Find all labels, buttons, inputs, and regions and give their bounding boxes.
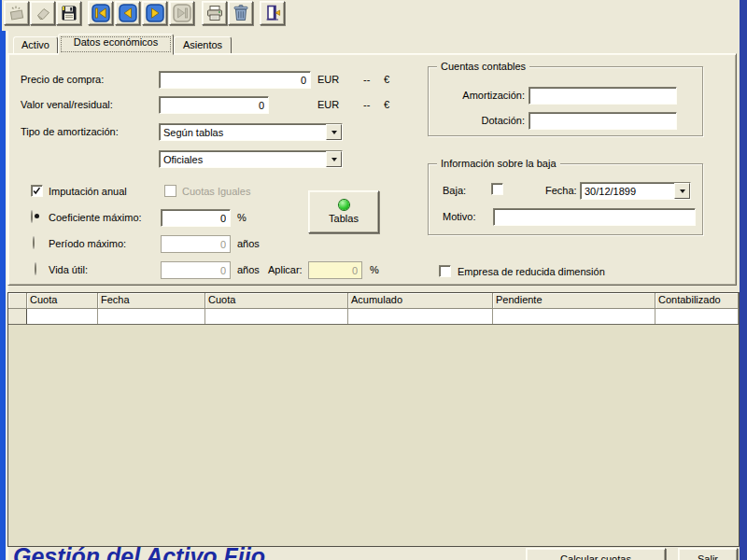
tab-datos-economicos[interactable]: Datos económicos xyxy=(58,34,174,55)
green-led-icon xyxy=(339,200,349,210)
tablas-button-label: Tablas xyxy=(329,213,359,224)
application-window: Activo Datos económicos Asientos Precio … xyxy=(0,0,747,560)
aplicar-percent-label: % xyxy=(370,264,379,275)
window-right-border xyxy=(740,0,747,560)
tab-activo[interactable]: Activo xyxy=(13,36,58,54)
calcular-cuotas-button[interactable]: Calcular cuotas xyxy=(526,548,666,560)
imputacion-anual-label: Imputación anual xyxy=(49,186,127,197)
salir-label: Salir xyxy=(698,553,718,560)
cuotas-iguales-label: Cuotas Iguales xyxy=(182,186,250,197)
grid-row-indicator xyxy=(8,309,27,324)
coeficiente-maximo-input[interactable] xyxy=(161,209,231,227)
grid-cell-acumulado[interactable] xyxy=(348,309,493,324)
tipo-amortizacion-combo[interactable]: Según tablas xyxy=(159,123,343,141)
save-button[interactable] xyxy=(56,1,81,25)
informacion-baja-title: Información sobre la baja xyxy=(437,158,560,169)
motivo-label: Motivo: xyxy=(443,211,475,222)
valor-currency-label: EUR xyxy=(317,99,339,110)
check-icon xyxy=(32,186,42,196)
save-icon xyxy=(60,4,78,22)
first-record-button[interactable] xyxy=(88,1,113,25)
next-record-button[interactable] xyxy=(142,1,167,25)
grid-cell-contabilizado[interactable] xyxy=(655,309,739,324)
new-icon xyxy=(7,4,26,22)
cuotas-iguales-checkbox xyxy=(164,185,176,197)
last-record-button[interactable] xyxy=(169,1,194,25)
empresa-reducida-label: Empresa de reducida dimensión xyxy=(458,266,605,277)
vida-util-label: Vida útil: xyxy=(49,264,88,275)
chevron-down-icon[interactable] xyxy=(326,151,342,167)
eraser-icon xyxy=(34,4,52,22)
baja-label: Baja: xyxy=(443,185,466,196)
first-record-icon xyxy=(92,4,110,22)
tab-asientos-label: Asientos xyxy=(183,39,222,50)
previous-record-button[interactable] xyxy=(115,1,140,25)
fecha-baja-value: 30/12/1899 xyxy=(581,185,674,198)
next-record-icon xyxy=(146,4,164,22)
motivo-input[interactable] xyxy=(493,208,696,226)
empresa-reducida-checkbox[interactable] xyxy=(439,265,451,277)
toolbar xyxy=(2,0,738,31)
grid-cell-fecha[interactable] xyxy=(98,309,205,324)
grid-empty-area xyxy=(8,325,739,546)
tab-asientos[interactable]: Asientos xyxy=(174,36,232,54)
fecha-baja-combo[interactable]: 30/12/1899 xyxy=(580,182,691,200)
cuotas-grid: Cuota Fecha Cuota Acumulado Pendiente Co… xyxy=(7,292,740,547)
valor-venal-input[interactable] xyxy=(159,96,269,114)
grid-cell-pendiente[interactable] xyxy=(493,309,655,324)
grid-cell-cuota2[interactable] xyxy=(205,309,348,324)
tipo-amortizacion-value: Según tablas xyxy=(160,126,326,139)
periodo-maximo-input xyxy=(161,235,231,253)
tab-focus-outline xyxy=(61,36,171,52)
periodo-maximo-label: Período máximo: xyxy=(49,238,126,249)
exit-icon xyxy=(263,4,282,22)
calcular-cuotas-label: Calcular cuotas xyxy=(560,553,631,560)
salir-button[interactable]: Salir xyxy=(678,548,738,560)
periodo-maximo-radio[interactable] xyxy=(33,236,35,249)
dotacion-label: Dotación: xyxy=(441,115,525,126)
cuentas-contables-title: Cuentas contables xyxy=(437,61,529,72)
coeficiente-maximo-radio[interactable] xyxy=(31,210,33,223)
grid-row[interactable] xyxy=(8,309,739,325)
previous-record-icon xyxy=(119,4,137,22)
coeficiente-percent-label: % xyxy=(237,212,247,223)
delete-icon xyxy=(232,4,250,22)
coeficiente-maximo-label: Coeficiente máximo: xyxy=(49,212,142,223)
exit-button[interactable] xyxy=(260,1,285,25)
valor-venal-label: Valor venal/residual: xyxy=(21,99,113,110)
dotacion-input[interactable] xyxy=(529,112,677,130)
grid-header-contabilizado: Contabilizado xyxy=(655,293,739,309)
precio-currency-label: EUR xyxy=(317,74,339,85)
valor-euro-symbol: € xyxy=(384,99,389,110)
valor-conversion-dashes: -- xyxy=(363,99,370,110)
grid-header-cuota: Cuota xyxy=(27,293,98,309)
vida-util-radio[interactable] xyxy=(35,262,36,275)
aplicar-input xyxy=(308,261,362,279)
grid-header-indicator xyxy=(8,293,27,309)
chevron-down-icon[interactable] xyxy=(326,124,342,140)
print-icon xyxy=(205,4,224,22)
chevron-down-icon[interactable] xyxy=(674,183,690,199)
delete-button[interactable] xyxy=(228,1,253,25)
periodo-anos-label: años xyxy=(237,238,260,249)
page-title: Gestión del Activo Fijo xyxy=(13,543,265,560)
eraser-button[interactable] xyxy=(30,1,55,25)
amortizacion-label: Amortización: xyxy=(441,90,525,101)
tablas-oficiales-value: Oficiales xyxy=(160,153,326,166)
tablas-button[interactable]: Tablas xyxy=(308,190,379,233)
precio-conversion-dashes: -- xyxy=(363,74,370,85)
print-button[interactable] xyxy=(202,1,227,25)
grid-cell-cuota[interactable] xyxy=(27,309,98,324)
last-record-icon xyxy=(173,4,191,22)
tablas-oficiales-combo[interactable]: Oficiales xyxy=(159,150,343,168)
tipo-amortizacion-label: Tipo de amortización: xyxy=(21,126,119,137)
precio-compra-label: Precio de compra: xyxy=(21,74,104,85)
precio-euro-symbol: € xyxy=(384,74,389,85)
imputacion-anual-checkbox[interactable] xyxy=(31,185,43,197)
grid-header-pendiente: Pendiente xyxy=(493,293,655,309)
baja-checkbox[interactable] xyxy=(491,183,503,195)
grid-header-acumulado: Acumulado xyxy=(348,293,493,309)
new-button[interactable] xyxy=(4,1,29,25)
precio-compra-input[interactable] xyxy=(159,71,311,89)
amortizacion-input[interactable] xyxy=(529,87,677,105)
